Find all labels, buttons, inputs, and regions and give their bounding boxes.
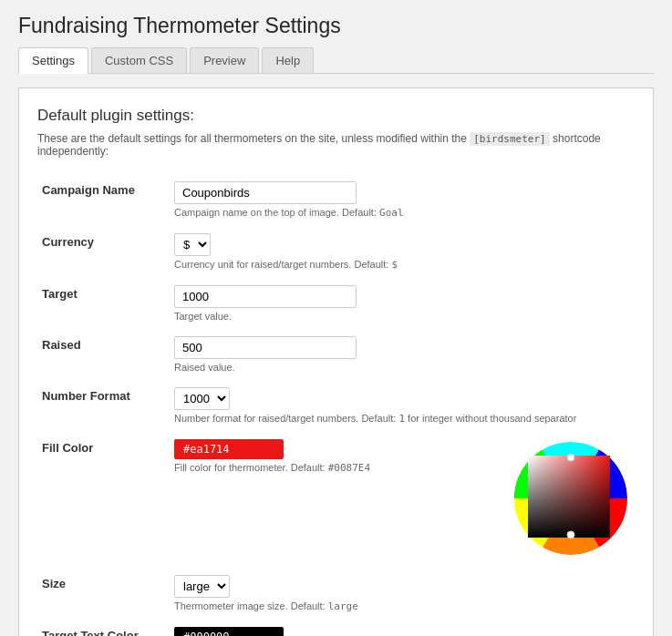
shortcode-badge: [birdsmeter] (470, 132, 549, 146)
section-description: These are the default settings for all t… (37, 132, 635, 158)
size-select[interactable]: large (174, 575, 230, 598)
campaign-name-row: Campaign Name Campaign name on the top o… (37, 174, 635, 226)
number-format-select[interactable]: 1000 (174, 387, 230, 410)
color-picker-widget[interactable] (512, 439, 630, 560)
raised-input[interactable] (174, 336, 357, 359)
currency-desc: Currency unit for raised/target numbers.… (174, 259, 630, 271)
desc-prefix: These are the default settings for all t… (37, 132, 470, 145)
target-text-color-row: Target Text Color #000000 Text color for… (37, 620, 635, 636)
size-cell: large Thermometer image size. Default: l… (165, 568, 635, 620)
target-desc: Target value. (174, 311, 630, 322)
target-label: Target (37, 278, 165, 329)
page-title: Fundraising Thermometer Settings (18, 14, 654, 38)
target-cell: Target value. (165, 278, 635, 329)
number-format-label: Number Format (37, 380, 165, 432)
raised-label: Raised (37, 329, 165, 380)
campaign-default-code: Goal (379, 207, 404, 219)
tabs-bar: Settings Custom CSS Preview Help (18, 47, 654, 74)
tab-custom-css[interactable]: Custom CSS (91, 47, 187, 73)
number-format-row: Number Format 1000 Number format for rai… (37, 380, 635, 432)
target-input[interactable] (174, 285, 357, 308)
currency-label: Currency (37, 226, 165, 278)
section-heading: Default plugin settings: (37, 107, 635, 125)
raised-desc: Raised value. (174, 362, 630, 373)
number-format-desc: Number format for raised/target numbers.… (174, 413, 630, 425)
target-text-color-label: Target Text Color (37, 620, 165, 636)
fill-color-swatch[interactable]: #ea1714 (174, 439, 284, 459)
target-text-color-cell: #000000 Text color for target value. Def… (165, 620, 635, 636)
settings-form: Campaign Name Campaign name on the top o… (37, 174, 635, 636)
campaign-name-desc: Campaign name on the top of image. Defau… (174, 207, 630, 219)
tab-preview[interactable]: Preview (190, 47, 259, 73)
target-text-color-swatch[interactable]: #000000 (174, 627, 284, 636)
currency-row: Currency $ Currency unit for raised/targ… (37, 226, 635, 278)
size-row: Size large Thermometer image size. Defau… (37, 568, 635, 620)
settings-content: Default plugin settings: These are the d… (18, 87, 654, 636)
number-format-cell: 1000 Number format for raised/target num… (165, 380, 635, 432)
target-row: Target Target value. (37, 278, 635, 329)
size-desc: Thermometer image size. Default: large (174, 600, 630, 612)
fill-color-desc: Fill color for thermometer. Default: #00… (174, 462, 493, 474)
currency-select[interactable]: $ (174, 233, 211, 256)
size-label: Size (37, 568, 165, 620)
color-wheel-svg (512, 439, 630, 558)
raised-cell: Raised value. (165, 329, 635, 380)
campaign-name-label: Campaign Name (37, 174, 165, 226)
tab-settings[interactable]: Settings (18, 47, 88, 74)
currency-cell: $ Currency unit for raised/target number… (165, 226, 635, 278)
raised-row: Raised Raised value. (37, 329, 635, 380)
size-default-code: large (328, 600, 358, 612)
fill-color-default: #0087E4 (328, 462, 370, 474)
fill-color-row: Fill Color #ea1714 Fill color for thermo… (37, 432, 635, 568)
color-gradient-foreign[interactable] (528, 456, 610, 538)
fill-color-cell: #ea1714 Fill color for thermometer. Defa… (165, 432, 635, 568)
currency-default-code: $ (391, 259, 398, 271)
color-gradient-handle[interactable] (567, 531, 574, 539)
campaign-name-cell: Campaign name on the top of image. Defau… (165, 174, 635, 226)
fill-color-label: Fill Color (37, 432, 165, 568)
color-wheel-top-handle[interactable] (567, 454, 574, 461)
campaign-name-input[interactable] (174, 181, 357, 204)
tab-help[interactable]: Help (262, 47, 314, 73)
